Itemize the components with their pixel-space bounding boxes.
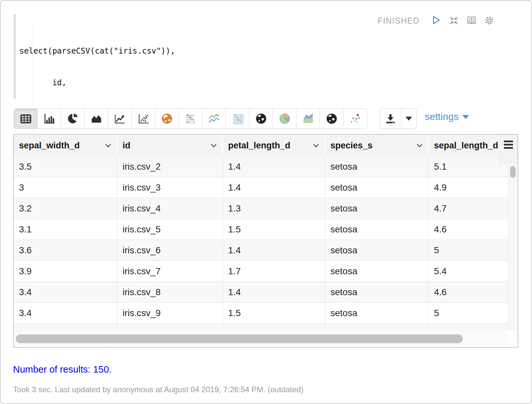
table-cell: setosa — [325, 261, 429, 281]
table-cell: iris.csv_3 — [117, 177, 223, 198]
table-cell: iris.csv_4 — [117, 198, 223, 219]
table-cell: setosa — [325, 177, 429, 198]
results-count: Number of results: 150. — [13, 364, 111, 375]
globe-icon — [255, 112, 268, 125]
viz-globe2-button[interactable] — [320, 109, 343, 128]
bubble-chart-icon — [184, 112, 197, 125]
table-cell: 3.9 — [14, 261, 117, 281]
table-cell: setosa — [325, 282, 429, 302]
download-button[interactable] — [380, 109, 401, 128]
table-cell: 3.1 — [14, 219, 117, 240]
table-cell: 3.5 — [14, 156, 117, 177]
table-cell: 1.4 — [223, 282, 325, 302]
table-cell: iris.csv_7 — [117, 261, 223, 281]
viz-scatter-chart-button[interactable] — [132, 109, 155, 128]
column-header-label: petal_length_d — [228, 141, 291, 151]
horizontal-scrollbar-thumb[interactable] — [16, 334, 463, 343]
vertical-scrollbar[interactable] — [508, 163, 518, 331]
viz-stream-area-button[interactable] — [296, 109, 320, 128]
play-icon[interactable] — [431, 15, 442, 26]
chevron-down-icon[interactable] — [105, 143, 112, 148]
viz-pie-chart-button[interactable] — [61, 109, 85, 128]
scatter-chart-icon — [137, 112, 150, 125]
table-row: 3iris.csv_31.4setosa4.9 — [14, 177, 508, 198]
table-row: 3.4iris.csv_81.4setosa4.6 — [14, 282, 508, 303]
result-table: sepal_width_d id petal_length_d species_… — [13, 134, 518, 348]
viz-globe-button[interactable] — [249, 109, 273, 128]
code-line: select(parseCSV(cat("iris.csv")), — [19, 46, 386, 57]
map-globe-orange-icon — [160, 112, 174, 125]
vertical-scrollbar-thumb[interactable] — [510, 166, 516, 178]
viz-bar-chart-button[interactable] — [38, 109, 61, 128]
download-icon — [384, 112, 397, 125]
table-cell: 3.6 — [14, 240, 117, 261]
viz-heatmap-button[interactable] — [226, 109, 249, 128]
table-cell: 4.6 — [429, 282, 508, 302]
column-header-sepal-length[interactable]: sepal_length_d — [429, 135, 499, 156]
viz-multi-line-button[interactable] — [202, 109, 226, 128]
viz-pie-pastel-button[interactable] — [273, 109, 296, 128]
settings-link[interactable]: settings — [425, 111, 469, 122]
area-chart-icon — [90, 112, 103, 125]
table-row: 3.4iris.csv_91.5setosa5 — [14, 303, 508, 324]
table-cell: 1.7 — [223, 261, 325, 281]
table-header: sepal_width_d id petal_length_d species_… — [14, 135, 518, 156]
table-cell: setosa — [325, 156, 429, 177]
column-header-label: species_s — [330, 141, 373, 151]
viz-map-orange-button[interactable] — [155, 109, 179, 128]
book-icon[interactable] — [466, 15, 477, 26]
viz-scatter-colored-button[interactable] — [343, 109, 367, 128]
table-cell — [117, 324, 223, 331]
caret-down-icon — [406, 117, 412, 124]
column-header-label: sepal_width_d — [19, 141, 80, 151]
table-cell: 4.7 — [429, 198, 508, 219]
bar-chart-icon — [43, 112, 56, 125]
chevron-down-icon[interactable] — [312, 143, 320, 148]
viz-bubble-chart-button[interactable] — [179, 109, 202, 128]
column-header-sepal-width[interactable]: sepal_width_d — [14, 135, 116, 156]
table-cell: iris.csv_6 — [117, 240, 223, 261]
grid-menu-button[interactable] — [499, 135, 518, 163]
table-cell: 4.6 — [429, 219, 508, 240]
viz-table-button[interactable] — [14, 109, 38, 128]
viz-line-chart-button[interactable] — [108, 109, 132, 128]
column-header-species[interactable]: species_s — [325, 135, 428, 156]
table-cell: 5.4 — [429, 261, 508, 281]
column-header-label: sepal_length_d — [434, 141, 498, 151]
table-cell: iris.csv_2 — [117, 156, 223, 177]
chevron-down-icon[interactable] — [210, 143, 217, 148]
multi-line-chart-icon — [208, 112, 221, 125]
table-cell: 5 — [429, 240, 508, 261]
globe2-icon — [325, 112, 338, 125]
pie-pastel-icon — [278, 112, 291, 125]
table-cell: setosa — [325, 240, 429, 261]
chevron-down-icon[interactable] — [416, 143, 423, 148]
collapse-icon[interactable] — [448, 15, 459, 26]
table-cell — [429, 324, 508, 331]
table-row: 3.6iris.csv_61.4setosa5 — [14, 240, 508, 261]
table-cell: 1.5 — [223, 303, 325, 323]
line-chart-icon — [113, 112, 126, 125]
table-cell: iris.csv_8 — [117, 282, 223, 302]
viz-area-chart-button[interactable] — [85, 109, 108, 128]
table-cell: setosa — [325, 219, 429, 240]
table-cell: iris.csv_5 — [117, 219, 223, 240]
settings-label: settings — [425, 111, 458, 122]
gear-icon[interactable] — [484, 15, 495, 26]
download-options-button[interactable] — [401, 109, 416, 128]
editor-gutter — [14, 14, 16, 99]
table-cell: 1.5 — [223, 219, 325, 240]
table-cell: 5 — [429, 303, 508, 323]
column-header-petal-length[interactable]: petal_length_d — [223, 135, 324, 156]
column-header-label: id — [123, 141, 130, 151]
table-row: 3.9iris.csv_71.7setosa5.4 — [14, 261, 508, 282]
code-line: id, — [19, 77, 386, 88]
hamburger-icon — [504, 141, 513, 142]
table-cell: setosa — [325, 303, 429, 323]
horizontal-scrollbar[interactable] — [14, 330, 508, 347]
scatter-colored-icon — [349, 112, 362, 125]
table-body: 3.5iris.csv_21.4setosa5.13iris.csv_31.4s… — [14, 156, 508, 324]
column-header-id[interactable]: id — [117, 135, 222, 156]
hamburger-icon — [504, 144, 513, 145]
table-cell: iris.csv_9 — [117, 303, 223, 323]
